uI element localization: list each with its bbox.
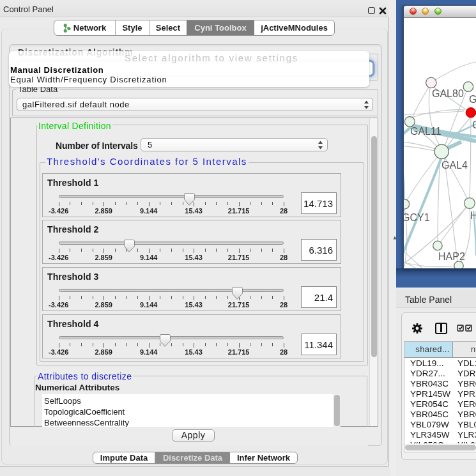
svg-text:GAL11: GAL11 (410, 126, 441, 137)
svg-text:GCY1: GCY1 (404, 212, 430, 223)
svg-text:G.: G. (469, 94, 476, 105)
svg-text:GAL80: GAL80 (432, 88, 464, 99)
svg-text:GAL4: GAL4 (441, 160, 468, 171)
svg-text:H: H (470, 210, 476, 221)
svg-text:C: C (472, 119, 476, 130)
svg-text:HAP2: HAP2 (438, 251, 465, 262)
